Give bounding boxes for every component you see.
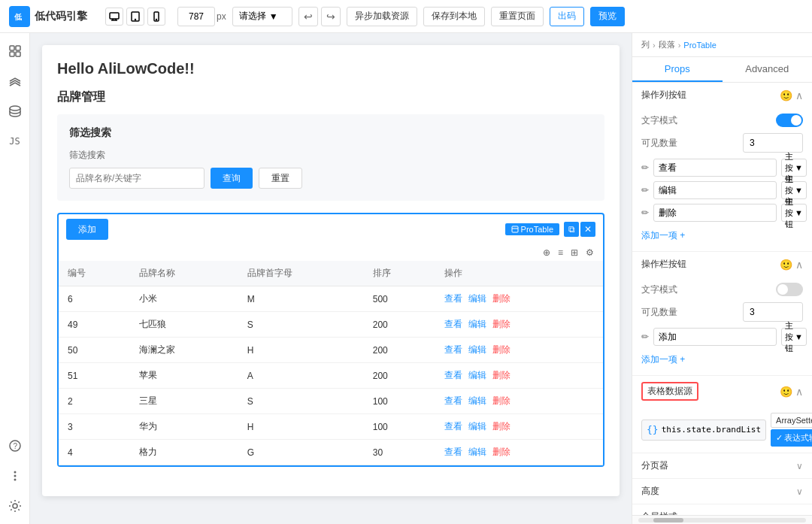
cell-initial: H [238, 338, 364, 363]
action-delete[interactable]: 删除 [492, 292, 511, 305]
expression-input-btn[interactable]: ✓ 表达式输入 [771, 429, 812, 447]
cell-name: 小米 [130, 286, 238, 312]
section-collapse-icon[interactable]: ∧ [795, 89, 803, 101]
action-view[interactable]: 查看 [444, 369, 462, 382]
action-view[interactable]: 查看 [444, 395, 462, 407]
op-column-header[interactable]: 操作列按钮 🙂 ∧ [632, 83, 812, 108]
tab-props[interactable]: Props [632, 57, 723, 82]
action-edit[interactable]: 编辑 [468, 420, 486, 433]
border-icon[interactable]: ⊞ [571, 247, 578, 258]
sidebar-code-icon[interactable]: JS [3, 129, 27, 153]
datasource-collapse[interactable]: ∧ [795, 386, 803, 398]
action-edit[interactable]: 编辑 [468, 369, 486, 382]
datasource-header[interactable]: 表格数据源 🙂 ∧ [632, 376, 812, 407]
height-title: 高度 [641, 485, 659, 498]
action-delete[interactable]: 删除 [492, 369, 511, 382]
pagination-header[interactable]: 分页器 ∨ [632, 453, 812, 478]
tab-advanced[interactable]: Advanced [723, 57, 813, 82]
action-delete[interactable]: 删除 [492, 446, 511, 459]
action-delete[interactable]: 删除 [492, 318, 511, 331]
toolbar-add-item-link[interactable]: 添加一项 + [641, 350, 803, 369]
array-setter-btn[interactable]: ArraySetter [771, 413, 812, 428]
main-layout: JS ? Hello AliLowCode!! 品牌管理 [0, 33, 812, 524]
list-icon[interactable]: ≡ [558, 247, 563, 258]
undo-button[interactable]: ↩ [298, 7, 318, 26]
action-view[interactable]: 查看 [444, 420, 462, 433]
pagination-collapse[interactable]: ∨ [796, 461, 803, 471]
datasource-expression[interactable]: {} this.state.brandList [641, 420, 766, 441]
left-sidebar: JS ? [0, 33, 30, 524]
action-delete[interactable]: 删除 [492, 395, 511, 407]
action-view[interactable]: 查看 [444, 292, 462, 305]
filter-input[interactable] [69, 168, 205, 189]
reset-button[interactable]: 重置 [259, 168, 302, 189]
async-load-button[interactable]: 异步加载资源 [347, 7, 417, 26]
sidebar-data-icon[interactable] [3, 99, 27, 123]
protable-badge: ProTable [505, 223, 559, 235]
cell-name: 格力 [130, 440, 238, 465]
add-button[interactable]: 添加 [66, 219, 108, 240]
action-view[interactable]: 查看 [444, 318, 462, 331]
preview-button[interactable]: 预览 [590, 7, 625, 26]
action-name-delete[interactable] [653, 204, 777, 222]
action-edit[interactable]: 编辑 [468, 395, 486, 407]
add-action-item-link[interactable]: 添加一项 + [641, 226, 803, 245]
edit-icon-view[interactable]: ✏ [641, 162, 649, 173]
action-edit[interactable]: 编辑 [468, 344, 486, 356]
toolbar-text-mode-toggle[interactable] [776, 283, 803, 296]
filter-label: 筛选搜索 [69, 149, 592, 162]
height-collapse[interactable]: ∨ [796, 486, 803, 497]
scroll-thumb[interactable] [653, 518, 683, 522]
toolbar-visible-count-label: 可见数量 [641, 306, 677, 319]
export-button[interactable]: 出码 [550, 7, 584, 26]
height-header[interactable]: 高度 ∨ [632, 479, 812, 504]
settings-icon[interactable]: ⚙ [586, 247, 594, 258]
tablet-view-btn[interactable] [126, 8, 144, 26]
sidebar-settings-icon[interactable] [3, 494, 27, 518]
desktop-view-btn[interactable] [105, 8, 123, 26]
action-edit[interactable]: 编辑 [468, 446, 486, 459]
edit-icon-delete[interactable]: ✏ [641, 207, 649, 218]
action-name-view[interactable] [653, 159, 777, 177]
protable-copy-btn[interactable]: ⧉ [564, 222, 579, 237]
sidebar-more-icon[interactable] [3, 464, 27, 488]
text-mode-toggle[interactable] [776, 114, 803, 127]
protable-delete-btn[interactable]: ✕ [580, 222, 595, 237]
edit-icon-edit[interactable]: ✏ [641, 185, 649, 195]
action-delete[interactable]: 删除 [492, 344, 511, 356]
toolbar-action-name-add[interactable] [653, 328, 777, 346]
action-delete[interactable]: 删除 [492, 420, 511, 433]
scroll-track[interactable] [638, 518, 806, 522]
datasource-controls: 🙂 ∧ [780, 386, 803, 398]
toolbar-action-type[interactable]: 主按钮 ▼ [781, 328, 807, 346]
save-local-button[interactable]: 保存到本地 [423, 7, 485, 26]
global-style-header[interactable]: 全局样式 ∨ [632, 504, 812, 515]
action-edit[interactable]: 编辑 [468, 318, 486, 331]
op-column-section: 操作列按钮 🙂 ∧ 文字模式 可见数量 [632, 83, 812, 252]
sidebar-help-icon[interactable]: ? [3, 434, 27, 458]
reset-page-button[interactable]: 重置页面 [491, 7, 544, 26]
redo-button[interactable]: ↪ [321, 7, 341, 26]
viewport-width-input[interactable] [177, 7, 215, 26]
sidebar-components-icon[interactable] [3, 39, 27, 63]
action-view[interactable]: 查看 [444, 446, 462, 459]
action-view[interactable]: 查看 [444, 344, 462, 356]
cell-name: 华为 [130, 414, 238, 440]
component-select[interactable]: 请选择 ▼ [232, 7, 292, 26]
visible-count-input[interactable] [743, 133, 803, 153]
cell-name: 苹果 [130, 363, 238, 389]
toolbar-edit-icon[interactable]: ✏ [641, 332, 649, 342]
mobile-view-btn[interactable] [147, 8, 165, 26]
toolbar-visible-count-input[interactable] [743, 302, 803, 322]
action-edit[interactable]: 编辑 [468, 292, 486, 305]
sidebar-layers-icon[interactable] [3, 69, 27, 93]
toolbar-buttons-header[interactable]: 操作栏按钮 🙂 ∧ [632, 252, 812, 277]
query-button[interactable]: 查询 [211, 168, 253, 189]
svg-rect-13 [16, 52, 20, 56]
type-arrow-icon: ▼ [795, 163, 803, 172]
toolbar-section-collapse[interactable]: ∧ [795, 259, 803, 271]
table-row: 3 华为 H 100 查看 编辑 删除 [59, 414, 603, 440]
action-type-delete[interactable]: 主按钮 ▼ [781, 204, 807, 222]
action-name-edit[interactable] [653, 181, 777, 199]
align-center-icon[interactable]: ⊕ [543, 247, 550, 258]
